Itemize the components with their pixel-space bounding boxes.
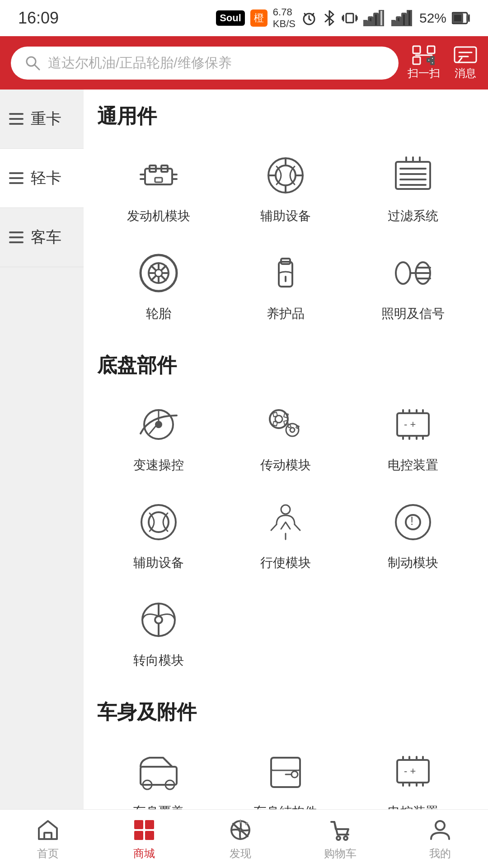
- body-cover-icon: [134, 746, 183, 796]
- svg-point-100: [155, 616, 162, 623]
- svg-rect-108: [271, 758, 300, 770]
- svg-rect-14: [408, 10, 411, 26]
- svg-point-92: [281, 505, 290, 514]
- svg-point-142: [239, 829, 242, 831]
- filter-system-icon: [388, 151, 438, 200]
- status-icons: Soul 橙 6.78KB/S 4G 4G 52%: [216, 6, 470, 30]
- svg-rect-23: [413, 57, 420, 64]
- svg-text:4G: 4G: [363, 20, 372, 26]
- item-lighting-1[interactable]: 照明及信号: [352, 241, 474, 330]
- item-tyre[interactable]: 轮胎: [97, 241, 220, 330]
- svg-line-63: [151, 276, 156, 280]
- svg-line-94: [295, 524, 300, 530]
- scan-icon: [412, 45, 436, 65]
- bluetooth-icon: [323, 10, 336, 26]
- nav-mall-label: 商城: [133, 846, 155, 861]
- svg-rect-137: [134, 820, 143, 829]
- network-speed: 6.78KB/S: [273, 6, 296, 30]
- body-structure-icon: [261, 746, 310, 796]
- item-filter-system[interactable]: 过滤系统: [352, 143, 474, 232]
- engine-module-icon: [134, 151, 183, 200]
- signal2-icon: 4G: [391, 10, 414, 26]
- svg-point-77: [275, 415, 282, 423]
- svg-line-20: [34, 65, 39, 70]
- time: 16:09: [18, 9, 59, 28]
- section-title-chassis: 底盘部件: [97, 352, 474, 379]
- svg-line-60: [151, 266, 156, 270]
- alarm-icon: [301, 10, 317, 26]
- svg-rect-103: [141, 767, 177, 785]
- svg-rect-22: [427, 46, 435, 53]
- search-input-wrapper[interactable]: 道达尔机油/正品轮胎/维修保养: [11, 47, 399, 80]
- section-chassis-parts: 底盘部件 变速操控: [97, 352, 474, 676]
- svg-rect-138: [145, 820, 154, 829]
- svg-rect-136: [44, 833, 52, 839]
- svg-point-90: [141, 505, 176, 539]
- sidebar-item-bus[interactable]: 客车: [0, 208, 84, 267]
- nav-mine[interactable]: 我的: [427, 817, 453, 861]
- brake-module-icon: !: [388, 497, 438, 547]
- item-transmission-control[interactable]: 变速操控: [97, 392, 220, 481]
- transmission-control-icon: [134, 400, 183, 449]
- item-driving-module[interactable]: 行使模块: [225, 490, 347, 579]
- lighting-1-label: 照明及信号: [381, 305, 445, 322]
- svg-text:4G: 4G: [391, 20, 400, 26]
- tyre-label: 轮胎: [146, 305, 171, 322]
- scan-button[interactable]: 扫一扫: [408, 45, 440, 80]
- driving-module-label: 行使模块: [260, 554, 311, 571]
- svg-point-67: [396, 262, 410, 284]
- steering-module-icon: [134, 595, 183, 645]
- sidebar-item-light-truck[interactable]: 轻卡: [0, 149, 84, 208]
- nav-cart[interactable]: 购物车: [324, 817, 357, 861]
- svg-point-109: [291, 771, 298, 778]
- mine-icon: [427, 817, 453, 843]
- sidebar-item-heavy-truck[interactable]: 重卡: [0, 90, 84, 149]
- svg-rect-27: [431, 61, 434, 64]
- battery-icon: [452, 10, 470, 26]
- item-auxiliary-2[interactable]: 辅助设备: [97, 490, 220, 579]
- item-ecu[interactable]: - + 电控装置: [352, 392, 474, 481]
- vibrate-icon: [342, 10, 358, 26]
- maintenance-icon: [261, 248, 310, 298]
- chassis-parts-grid: 变速操控: [97, 392, 474, 676]
- message-icon: [454, 45, 477, 65]
- hamburger-icon-3: [9, 231, 23, 243]
- lighting-1-icon: [388, 248, 438, 298]
- nav-cart-label: 购物车: [324, 846, 357, 861]
- svg-rect-139: [134, 831, 143, 840]
- nav-discover[interactable]: 发现: [228, 817, 253, 861]
- tyre-icon: [134, 248, 183, 298]
- ecu-label: 电控装置: [388, 457, 438, 474]
- svg-rect-28: [455, 47, 476, 62]
- ecu-icon: - +: [388, 400, 438, 449]
- item-drive-module[interactable]: 传动模块: [225, 392, 347, 481]
- svg-rect-18: [453, 14, 462, 22]
- svg-point-145: [337, 836, 340, 840]
- svg-line-93: [271, 524, 277, 530]
- message-button[interactable]: 消息: [454, 45, 477, 80]
- sidebar-label-heavy-truck: 重卡: [31, 108, 61, 129]
- svg-rect-38: [155, 178, 162, 182]
- hamburger-icon-2: [9, 172, 23, 184]
- svg-text:- +: - +: [404, 419, 416, 430]
- item-maintenance[interactable]: 养护品: [225, 241, 347, 330]
- nav-home[interactable]: 首页: [35, 817, 61, 861]
- svg-rect-64: [279, 262, 292, 287]
- drive-module-icon: [261, 400, 310, 449]
- nav-mall[interactable]: 商城: [131, 817, 157, 861]
- orange-badge: 橙: [250, 9, 267, 27]
- svg-rect-9: [380, 10, 383, 26]
- item-brake-module[interactable]: ! 制动模块: [352, 490, 474, 579]
- item-auxiliary-1[interactable]: 辅助设备: [225, 143, 347, 232]
- item-engine-module[interactable]: 发动机模块: [97, 143, 220, 232]
- search-icon: [24, 55, 41, 71]
- ecu-2-icon: - +: [388, 746, 438, 796]
- svg-rect-21: [413, 46, 420, 53]
- hamburger-icon: [9, 113, 23, 125]
- scan-label: 扫一扫: [408, 66, 440, 80]
- bottom-nav: 首页 商城 发现: [0, 809, 488, 868]
- item-steering-module[interactable]: 转向模块: [97, 588, 220, 676]
- brake-module-label: 制动模块: [388, 554, 438, 571]
- maintenance-label: 养护品: [267, 305, 305, 322]
- mall-icon: [131, 817, 157, 843]
